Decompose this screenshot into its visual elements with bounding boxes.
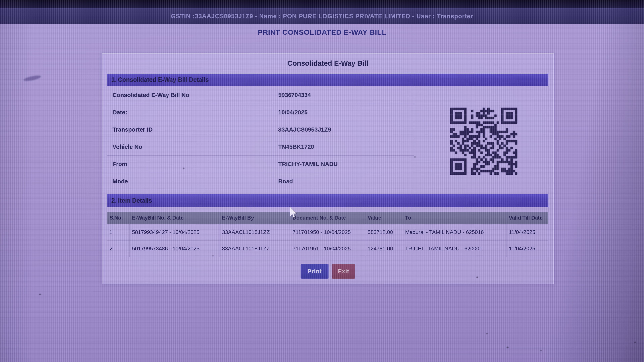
exit-button[interactable]: Exit [332,264,355,279]
user-info-bar: GSTIN :33AAJCS0953J1Z9 - Name : PON PURE… [0,8,644,24]
user-info-text: GSTIN :33AAJCS0953J1Z9 - Name : PON PURE… [171,13,473,20]
page-title: PRINT CONSOLIDATED E-WAY BILL [0,28,644,36]
column-header-to: To [403,212,506,224]
field-value: TRICHY-TAMIL NADU [273,156,414,173]
field-label: Vehicle No [107,138,273,155]
button-row: Print Exit [102,264,554,279]
table-row: 2 501799573486 - 10/04/2025 33AAACL1018J… [107,241,548,257]
cell-ewaybill-by: 33AAACL1018J1ZZ [220,224,290,241]
field-label: Consolidated E-Way Bill No [107,86,273,104]
cell-valid-till: 11/04/2025 [506,224,548,241]
cell-ewaybill-by: 33AAACL1018J1ZZ [220,241,290,257]
dust-speck [212,255,214,256]
qr-code-icon [450,108,518,175]
column-header-ewaybill-no: E-WayBill No. & Date [130,212,220,224]
cell-document-no: 711701951 - 10/04/2025 [290,241,365,257]
dust-speck [486,333,488,334]
cell-sno: 1 [107,224,130,241]
field-value: 5936704334 [273,86,414,104]
column-header-value: Value [365,212,403,224]
mouse-cursor-icon [290,206,297,218]
column-header-sno: S.No. [107,212,130,224]
cell-value: 124781.00 [365,241,403,257]
panel-heading: Consolidated E-Way Bill [102,59,554,67]
table-header-row: S.No. E-WayBill No. & Date E-WayBill By … [107,212,548,224]
field-label: Transporter ID [107,121,273,138]
field-label: Mode [107,173,273,190]
table-row: 1 581799349427 - 10/04/2025 33AAACL1018J… [107,224,548,241]
screen-smudge [23,74,42,82]
dust-speck [414,156,416,158]
column-header-ewaybill-by: E-WayBill By [220,212,290,224]
cell-to: TRICHI - TAMIL NADU - 620001 [403,241,506,257]
detail-row: Mode Road [107,173,414,190]
cell-ewaybill-no: 581799349427 - 10/04/2025 [130,224,220,241]
monitor-bezel-top [0,0,644,8]
detail-row: Consolidated E-Way Bill No 5936704334 [107,86,414,104]
field-label: Date: [107,104,273,121]
dust-speck [39,294,41,295]
cell-valid-till: 11/04/2025 [506,241,548,257]
field-value: 33AAJCS0953J1Z9 [273,121,414,138]
field-value: TN45BK1720 [273,138,414,155]
print-button[interactable]: Print [300,264,329,279]
cell-ewaybill-no: 501799573486 - 10/04/2025 [130,241,220,257]
cell-sno: 2 [107,241,130,257]
dust-speck [634,342,636,343]
column-header-valid-till: Valid Till Date [506,212,548,224]
field-value: 10/04/2025 [273,104,414,121]
screen-content: GSTIN :33AAJCS0953J1Z9 - Name : PON PURE… [0,0,644,362]
dust-speck [506,347,509,348]
section1-header: 1. Consolidated E-Way Bill Details [107,73,548,86]
consolidated-details-table: Consolidated E-Way Bill No 5936704334 Da… [107,86,414,190]
cell-value: 583712.00 [365,224,403,241]
column-header-document-no: Document No. & Date [290,212,365,224]
dust-speck [540,350,542,351]
cell-to: Madurai - TAMIL NADU - 625016 [403,224,506,241]
dust-speck [476,277,478,278]
detail-row: From TRICHY-TAMIL NADU [107,156,414,173]
section2-header: 2. Item Details [107,194,548,207]
monitor-photo: GSTIN :33AAJCS0953J1Z9 - Name : PON PURE… [0,0,644,362]
detail-row: Transporter ID 33AAJCS0953J1Z9 [107,121,414,138]
cell-document-no: 711701950 - 10/04/2025 [290,224,365,241]
dust-speck [183,168,184,169]
detail-row: Date: 10/04/2025 [107,104,414,121]
field-label: From [107,156,273,173]
detail-row: Vehicle No TN45BK1720 [107,138,414,156]
item-details-table: S.No. E-WayBill No. & Date E-WayBill By … [107,212,548,257]
eway-bill-panel: Consolidated E-Way Bill 1. Consolidated … [102,53,554,284]
field-value: Road [273,173,414,190]
